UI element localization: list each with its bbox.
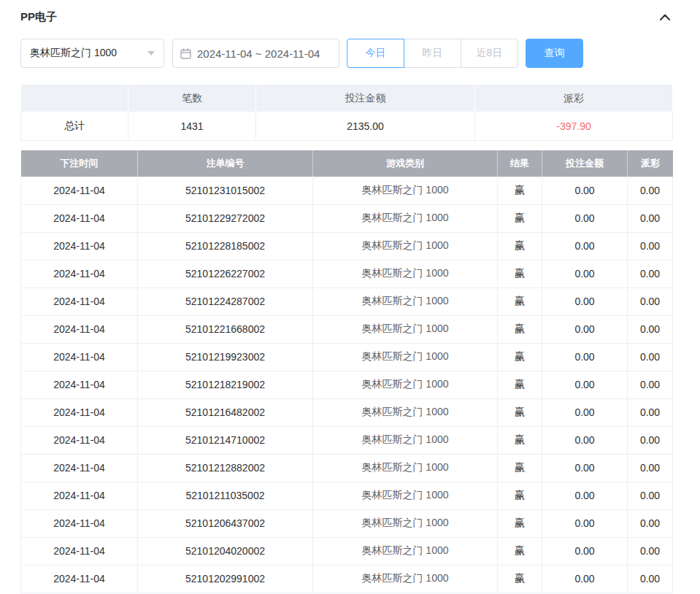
summary-table: 笔数 投注金额 派彩 总计 1431 2135.00 -397.90 xyxy=(20,84,673,141)
caret-down-icon xyxy=(147,51,155,55)
bet-time-cell: 2024-11-04 xyxy=(21,288,138,315)
summary-header-bet-amount: 投注金额 xyxy=(256,85,475,112)
bet-row: 2024-11-04 52101231015002 奥林匹斯之门 1000 赢 … xyxy=(21,177,673,204)
game-type-cell: 奥林匹斯之门 1000 xyxy=(313,288,498,315)
game-type-cell: 奥林匹斯之门 1000 xyxy=(313,204,498,232)
game-type-cell: 奥林匹斯之门 1000 xyxy=(313,482,498,509)
result-cell: 赢 xyxy=(498,177,542,204)
payout-cell: 0.00 xyxy=(628,288,673,315)
bet-time-cell: 2024-11-04 xyxy=(21,454,138,482)
bet-id-cell: 52101221668002 xyxy=(138,315,313,343)
summary-bet-amount-value: 2135.00 xyxy=(256,112,475,141)
bet-amount-cell: 0.00 xyxy=(542,398,628,426)
bet-time-cell: 2024-11-04 xyxy=(21,398,138,426)
game-type-cell: 奥林匹斯之门 1000 xyxy=(313,343,498,371)
bet-row: 2024-11-04 52101204020002 奥林匹斯之门 1000 赢 … xyxy=(21,537,673,565)
bet-id-cell: 52101211035002 xyxy=(138,482,313,509)
game-type-cell: 奥林匹斯之门 1000 xyxy=(313,177,498,204)
calendar-icon xyxy=(180,48,191,59)
bet-row: 2024-11-04 52101221668002 奥林匹斯之门 1000 赢 … xyxy=(21,315,673,343)
result-cell: 赢 xyxy=(498,454,542,482)
game-type-cell: 奥林匹斯之门 1000 xyxy=(313,537,498,565)
bet-amount-cell: 0.00 xyxy=(542,288,628,315)
bet-id-cell: 52101214710002 xyxy=(138,426,313,454)
payout-cell: 0.00 xyxy=(628,315,673,343)
bet-time-cell: 2024-11-04 xyxy=(21,565,138,593)
payout-cell: 0.00 xyxy=(628,260,673,288)
bet-row: 2024-11-04 52101212882002 奥林匹斯之门 1000 赢 … xyxy=(21,454,673,482)
bet-time-cell: 2024-11-04 xyxy=(21,315,138,343)
header-game-type: 游戏类别 xyxy=(313,150,498,177)
payout-cell: 0.00 xyxy=(628,454,673,482)
quick-btn-last8days[interactable]: 近8日 xyxy=(461,39,518,68)
bet-row: 2024-11-04 52101202991002 奥林匹斯之门 1000 赢 … xyxy=(21,565,673,593)
payout-cell: 0.00 xyxy=(628,426,673,454)
bet-id-cell: 52101202991002 xyxy=(138,565,313,593)
bet-amount-cell: 0.00 xyxy=(542,177,628,204)
result-cell: 赢 xyxy=(498,565,542,593)
payout-cell: 0.00 xyxy=(628,398,673,426)
collapse-chevron-up-icon[interactable] xyxy=(658,9,672,24)
payout-cell: 0.00 xyxy=(628,343,673,371)
game-type-cell: 奥林匹斯之门 1000 xyxy=(313,426,498,454)
bet-id-cell: 52101218219002 xyxy=(138,371,313,398)
result-cell: 赢 xyxy=(498,343,542,371)
bet-time-cell: 2024-11-04 xyxy=(21,482,138,509)
bet-time-cell: 2024-11-04 xyxy=(21,509,138,537)
bet-time-cell: 2024-11-04 xyxy=(21,426,138,454)
payout-cell: 0.00 xyxy=(628,371,673,398)
quick-date-button-group: 今日 昨日 近8日 xyxy=(347,39,518,68)
bet-id-cell: 52101229272002 xyxy=(138,204,313,232)
summary-header-payout: 派彩 xyxy=(475,85,673,112)
bet-time-cell: 2024-11-04 xyxy=(21,343,138,371)
bet-id-cell: 52101204020002 xyxy=(138,537,313,565)
pp-electronic-panel: PP电子 奥林匹斯之门 1000 2024-11-04 ~ 2024-11-04 xyxy=(0,0,672,593)
summary-header-count: 笔数 xyxy=(128,85,256,112)
bet-amount-cell: 0.00 xyxy=(542,565,628,593)
result-cell: 赢 xyxy=(498,398,542,426)
filter-row: 奥林匹斯之门 1000 2024-11-04 ~ 2024-11-04 今日 昨… xyxy=(20,39,672,68)
header-bet-id: 注单编号 xyxy=(138,150,313,177)
search-button[interactable]: 查询 xyxy=(526,39,583,68)
game-type-cell: 奥林匹斯之门 1000 xyxy=(313,509,498,537)
bet-row: 2024-11-04 52101211035002 奥林匹斯之门 1000 赢 … xyxy=(21,482,673,509)
header-result: 结果 xyxy=(498,150,542,177)
date-range-input[interactable]: 2024-11-04 ~ 2024-11-04 xyxy=(172,39,339,68)
bet-table-header-row: 下注时间 注单编号 游戏类别 结果 投注金额 派彩 xyxy=(21,150,673,177)
game-select[interactable]: 奥林匹斯之门 1000 xyxy=(20,39,164,68)
bet-records-table: 下注时间 注单编号 游戏类别 结果 投注金额 派彩 2024-11-04 521… xyxy=(20,150,673,593)
summary-total-row: 总计 1431 2135.00 -397.90 xyxy=(21,112,673,141)
result-cell: 赢 xyxy=(498,315,542,343)
result-cell: 赢 xyxy=(498,482,542,509)
result-cell: 赢 xyxy=(498,509,542,537)
game-type-cell: 奥林匹斯之门 1000 xyxy=(313,565,498,593)
bet-row: 2024-11-04 52101229272002 奥林匹斯之门 1000 赢 … xyxy=(21,204,673,232)
bet-time-cell: 2024-11-04 xyxy=(21,371,138,398)
bet-time-cell: 2024-11-04 xyxy=(21,260,138,288)
bet-id-cell: 52101224287002 xyxy=(138,288,313,315)
result-cell: 赢 xyxy=(498,371,542,398)
bet-amount-cell: 0.00 xyxy=(542,315,628,343)
bet-row: 2024-11-04 52101216482002 奥林匹斯之门 1000 赢 … xyxy=(21,398,673,426)
bet-row: 2024-11-04 52101219923002 奥林匹斯之门 1000 赢 … xyxy=(21,343,673,371)
bet-table-body: 2024-11-04 52101231015002 奥林匹斯之门 1000 赢 … xyxy=(21,177,673,593)
game-type-cell: 奥林匹斯之门 1000 xyxy=(313,454,498,482)
bet-amount-cell: 0.00 xyxy=(542,260,628,288)
result-cell: 赢 xyxy=(498,232,542,260)
bet-id-cell: 52101231015002 xyxy=(138,177,313,204)
game-type-cell: 奥林匹斯之门 1000 xyxy=(313,398,498,426)
bet-amount-cell: 0.00 xyxy=(542,343,628,371)
game-type-cell: 奥林匹斯之门 1000 xyxy=(313,232,498,260)
summary-header-empty xyxy=(21,85,128,112)
game-type-cell: 奥林匹斯之门 1000 xyxy=(313,371,498,398)
bet-id-cell: 52101219923002 xyxy=(138,343,313,371)
bet-id-cell: 52101228185002 xyxy=(138,232,313,260)
result-cell: 赢 xyxy=(498,260,542,288)
header-payout: 派彩 xyxy=(628,150,673,177)
quick-btn-today[interactable]: 今日 xyxy=(347,39,404,68)
bet-amount-cell: 0.00 xyxy=(542,426,628,454)
bet-row: 2024-11-04 52101224287002 奥林匹斯之门 1000 赢 … xyxy=(21,288,673,315)
payout-cell: 0.00 xyxy=(628,537,673,565)
quick-btn-yesterday[interactable]: 昨日 xyxy=(404,39,461,68)
header-bet-amount: 投注金额 xyxy=(542,150,628,177)
